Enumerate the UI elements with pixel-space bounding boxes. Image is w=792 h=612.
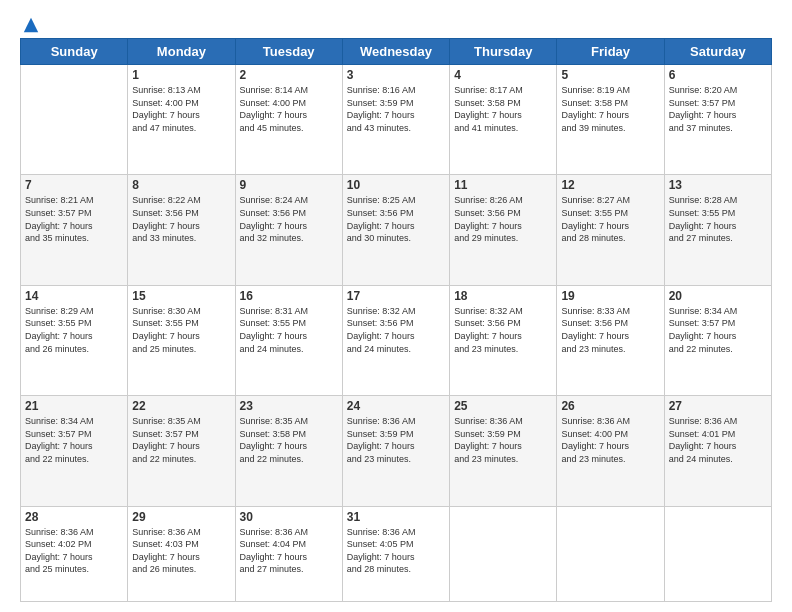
day-number: 18 <box>454 289 552 303</box>
day-number: 26 <box>561 399 659 413</box>
calendar-cell: 22Sunrise: 8:35 AM Sunset: 3:57 PM Dayli… <box>128 396 235 506</box>
day-number: 2 <box>240 68 338 82</box>
weekday-header-tuesday: Tuesday <box>235 39 342 65</box>
header <box>20 16 772 30</box>
day-number: 25 <box>454 399 552 413</box>
calendar-cell: 16Sunrise: 8:31 AM Sunset: 3:55 PM Dayli… <box>235 285 342 395</box>
day-info: Sunrise: 8:22 AM Sunset: 3:56 PM Dayligh… <box>132 194 230 244</box>
calendar-cell: 2Sunrise: 8:14 AM Sunset: 4:00 PM Daylig… <box>235 65 342 175</box>
calendar-cell: 23Sunrise: 8:35 AM Sunset: 3:58 PM Dayli… <box>235 396 342 506</box>
day-info: Sunrise: 8:19 AM Sunset: 3:58 PM Dayligh… <box>561 84 659 134</box>
svg-marker-0 <box>24 18 38 32</box>
day-number: 9 <box>240 178 338 192</box>
day-number: 13 <box>669 178 767 192</box>
week-row-2: 7Sunrise: 8:21 AM Sunset: 3:57 PM Daylig… <box>21 175 772 285</box>
week-row-3: 14Sunrise: 8:29 AM Sunset: 3:55 PM Dayli… <box>21 285 772 395</box>
calendar-cell: 8Sunrise: 8:22 AM Sunset: 3:56 PM Daylig… <box>128 175 235 285</box>
calendar-cell <box>450 506 557 601</box>
calendar-cell: 6Sunrise: 8:20 AM Sunset: 3:57 PM Daylig… <box>664 65 771 175</box>
calendar-cell: 9Sunrise: 8:24 AM Sunset: 3:56 PM Daylig… <box>235 175 342 285</box>
day-number: 11 <box>454 178 552 192</box>
day-number: 5 <box>561 68 659 82</box>
day-number: 12 <box>561 178 659 192</box>
calendar-cell: 3Sunrise: 8:16 AM Sunset: 3:59 PM Daylig… <box>342 65 449 175</box>
day-number: 16 <box>240 289 338 303</box>
day-info: Sunrise: 8:13 AM Sunset: 4:00 PM Dayligh… <box>132 84 230 134</box>
calendar-page: SundayMondayTuesdayWednesdayThursdayFrid… <box>0 0 792 612</box>
weekday-header-row: SundayMondayTuesdayWednesdayThursdayFrid… <box>21 39 772 65</box>
calendar-cell: 13Sunrise: 8:28 AM Sunset: 3:55 PM Dayli… <box>664 175 771 285</box>
day-number: 14 <box>25 289 123 303</box>
calendar-cell: 31Sunrise: 8:36 AM Sunset: 4:05 PM Dayli… <box>342 506 449 601</box>
calendar-cell: 29Sunrise: 8:36 AM Sunset: 4:03 PM Dayli… <box>128 506 235 601</box>
day-number: 28 <box>25 510 123 524</box>
calendar-cell: 4Sunrise: 8:17 AM Sunset: 3:58 PM Daylig… <box>450 65 557 175</box>
weekday-header-wednesday: Wednesday <box>342 39 449 65</box>
week-row-1: 1Sunrise: 8:13 AM Sunset: 4:00 PM Daylig… <box>21 65 772 175</box>
calendar-cell: 11Sunrise: 8:26 AM Sunset: 3:56 PM Dayli… <box>450 175 557 285</box>
calendar-cell: 26Sunrise: 8:36 AM Sunset: 4:00 PM Dayli… <box>557 396 664 506</box>
day-number: 1 <box>132 68 230 82</box>
day-number: 19 <box>561 289 659 303</box>
day-info: Sunrise: 8:36 AM Sunset: 3:59 PM Dayligh… <box>454 415 552 465</box>
calendar-cell: 24Sunrise: 8:36 AM Sunset: 3:59 PM Dayli… <box>342 396 449 506</box>
day-number: 30 <box>240 510 338 524</box>
calendar-cell: 25Sunrise: 8:36 AM Sunset: 3:59 PM Dayli… <box>450 396 557 506</box>
day-number: 10 <box>347 178 445 192</box>
day-number: 3 <box>347 68 445 82</box>
day-info: Sunrise: 8:35 AM Sunset: 3:57 PM Dayligh… <box>132 415 230 465</box>
day-info: Sunrise: 8:32 AM Sunset: 3:56 PM Dayligh… <box>347 305 445 355</box>
day-number: 8 <box>132 178 230 192</box>
day-info: Sunrise: 8:29 AM Sunset: 3:55 PM Dayligh… <box>25 305 123 355</box>
calendar-cell <box>21 65 128 175</box>
day-number: 15 <box>132 289 230 303</box>
day-number: 24 <box>347 399 445 413</box>
day-number: 4 <box>454 68 552 82</box>
calendar-cell: 20Sunrise: 8:34 AM Sunset: 3:57 PM Dayli… <box>664 285 771 395</box>
day-info: Sunrise: 8:14 AM Sunset: 4:00 PM Dayligh… <box>240 84 338 134</box>
day-number: 27 <box>669 399 767 413</box>
calendar-cell: 28Sunrise: 8:36 AM Sunset: 4:02 PM Dayli… <box>21 506 128 601</box>
logo <box>20 16 40 30</box>
weekday-header-sunday: Sunday <box>21 39 128 65</box>
day-info: Sunrise: 8:27 AM Sunset: 3:55 PM Dayligh… <box>561 194 659 244</box>
day-number: 17 <box>347 289 445 303</box>
calendar-table: SundayMondayTuesdayWednesdayThursdayFrid… <box>20 38 772 602</box>
day-info: Sunrise: 8:36 AM Sunset: 4:04 PM Dayligh… <box>240 526 338 576</box>
day-info: Sunrise: 8:36 AM Sunset: 4:00 PM Dayligh… <box>561 415 659 465</box>
day-number: 21 <box>25 399 123 413</box>
day-info: Sunrise: 8:17 AM Sunset: 3:58 PM Dayligh… <box>454 84 552 134</box>
day-info: Sunrise: 8:36 AM Sunset: 4:01 PM Dayligh… <box>669 415 767 465</box>
day-info: Sunrise: 8:33 AM Sunset: 3:56 PM Dayligh… <box>561 305 659 355</box>
day-info: Sunrise: 8:36 AM Sunset: 4:03 PM Dayligh… <box>132 526 230 576</box>
calendar-cell: 21Sunrise: 8:34 AM Sunset: 3:57 PM Dayli… <box>21 396 128 506</box>
day-number: 23 <box>240 399 338 413</box>
day-info: Sunrise: 8:20 AM Sunset: 3:57 PM Dayligh… <box>669 84 767 134</box>
day-number: 31 <box>347 510 445 524</box>
weekday-header-monday: Monday <box>128 39 235 65</box>
calendar-cell: 15Sunrise: 8:30 AM Sunset: 3:55 PM Dayli… <box>128 285 235 395</box>
day-number: 6 <box>669 68 767 82</box>
day-number: 20 <box>669 289 767 303</box>
calendar-cell: 30Sunrise: 8:36 AM Sunset: 4:04 PM Dayli… <box>235 506 342 601</box>
calendar-cell: 17Sunrise: 8:32 AM Sunset: 3:56 PM Dayli… <box>342 285 449 395</box>
calendar-cell: 10Sunrise: 8:25 AM Sunset: 3:56 PM Dayli… <box>342 175 449 285</box>
day-info: Sunrise: 8:21 AM Sunset: 3:57 PM Dayligh… <box>25 194 123 244</box>
day-info: Sunrise: 8:36 AM Sunset: 3:59 PM Dayligh… <box>347 415 445 465</box>
day-info: Sunrise: 8:34 AM Sunset: 3:57 PM Dayligh… <box>669 305 767 355</box>
calendar-cell: 19Sunrise: 8:33 AM Sunset: 3:56 PM Dayli… <box>557 285 664 395</box>
day-info: Sunrise: 8:24 AM Sunset: 3:56 PM Dayligh… <box>240 194 338 244</box>
calendar-cell: 18Sunrise: 8:32 AM Sunset: 3:56 PM Dayli… <box>450 285 557 395</box>
weekday-header-friday: Friday <box>557 39 664 65</box>
calendar-cell: 7Sunrise: 8:21 AM Sunset: 3:57 PM Daylig… <box>21 175 128 285</box>
week-row-5: 28Sunrise: 8:36 AM Sunset: 4:02 PM Dayli… <box>21 506 772 601</box>
calendar-cell: 5Sunrise: 8:19 AM Sunset: 3:58 PM Daylig… <box>557 65 664 175</box>
weekday-header-saturday: Saturday <box>664 39 771 65</box>
calendar-cell <box>557 506 664 601</box>
calendar-cell: 27Sunrise: 8:36 AM Sunset: 4:01 PM Dayli… <box>664 396 771 506</box>
day-info: Sunrise: 8:35 AM Sunset: 3:58 PM Dayligh… <box>240 415 338 465</box>
day-number: 29 <box>132 510 230 524</box>
day-info: Sunrise: 8:16 AM Sunset: 3:59 PM Dayligh… <box>347 84 445 134</box>
calendar-cell: 14Sunrise: 8:29 AM Sunset: 3:55 PM Dayli… <box>21 285 128 395</box>
day-number: 22 <box>132 399 230 413</box>
